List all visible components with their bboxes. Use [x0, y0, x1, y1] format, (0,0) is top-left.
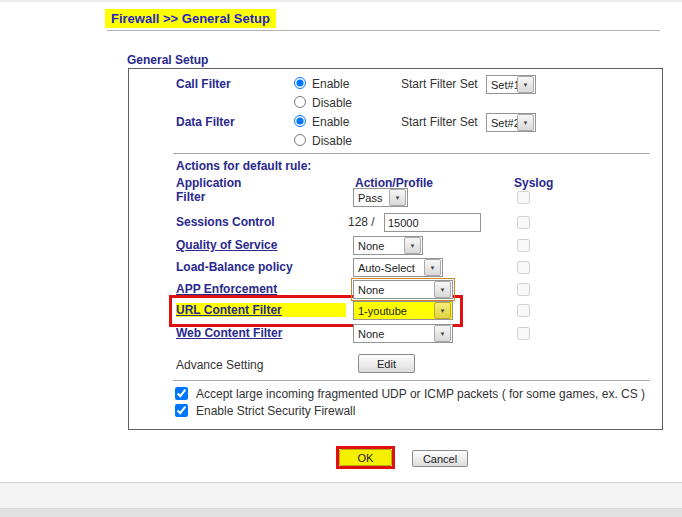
advance-setting-label: Advance Setting [176, 358, 263, 372]
data-filter-disable-text: Disable [312, 134, 352, 148]
filter-label: Filter [176, 190, 205, 204]
separator [173, 380, 650, 381]
dropdown-arrow-icon: ▼ [434, 302, 451, 319]
data-filter-start-set-label: Start Filter Set [401, 115, 478, 129]
call-filter-enable-text: Enable [312, 77, 349, 91]
web-content-filter-link[interactable]: Web Content Filter [176, 326, 282, 340]
syslog-checkbox[interactable] [517, 283, 530, 296]
accept-fragmented-packets-label: Accept large incoming fragmented UDP or … [196, 387, 645, 401]
table-row-app-enforcement: APP Enforcement None ▼ [129, 280, 660, 302]
data-filter-enable-text: Enable [312, 115, 349, 129]
load-balance-label: Load-Balance policy [176, 260, 293, 274]
table-row-load-balance: Load-Balance policy Auto-Select ▼ [129, 258, 660, 280]
strict-security-firewall-label: Enable Strict Security Firewall [196, 404, 355, 418]
app-enforcement-select[interactable]: None ▼ [353, 280, 453, 299]
call-filter-disable-radio[interactable] [294, 96, 306, 108]
table-row-url-content-filter: URL Content Filter 1-youtube ▼ [129, 301, 660, 323]
dropdown-arrow-icon: ▼ [434, 325, 451, 342]
call-filter-enable-radio[interactable] [294, 77, 306, 89]
call-filter-start-set-label: Start Filter Set [401, 77, 478, 91]
top-divider [0, 0, 682, 2]
table-row-sessions-control: Sessions Control 128 / [129, 213, 660, 235]
call-filter-label: Call Filter [176, 77, 231, 91]
data-filter-label: Data Filter [176, 115, 235, 129]
general-setup-panel: Call Filter Enable Disable Start Filter … [128, 68, 663, 430]
footer-band [0, 482, 682, 509]
syslog-checkbox[interactable] [517, 239, 530, 252]
call-filter-set-select[interactable]: Set#1 ▼ [486, 75, 536, 94]
syslog-checkbox[interactable] [517, 216, 530, 229]
dropdown-arrow-icon: ▼ [517, 114, 534, 131]
dropdown-arrow-icon: ▼ [424, 259, 441, 276]
syslog-checkbox[interactable] [517, 304, 530, 317]
cancel-button[interactable]: Cancel [412, 450, 468, 467]
table-row-web-content-filter: Web Content Filter None ▼ [129, 324, 660, 346]
syslog-checkbox[interactable] [517, 191, 530, 204]
section-heading: General Setup [127, 53, 208, 67]
url-content-filter-select[interactable]: 1-youtube ▼ [353, 301, 453, 320]
table-row-qos: Quality of Service None ▼ [129, 236, 660, 258]
edit-button[interactable]: Edit [358, 354, 415, 373]
table-row-filter: Filter Pass ▼ [129, 188, 660, 210]
filter-action-select[interactable]: Pass ▼ [353, 188, 408, 207]
data-filter-enable-radio[interactable] [294, 115, 306, 127]
strict-security-firewall-checkbox[interactable] [175, 404, 188, 417]
title-divider [107, 30, 660, 31]
syslog-checkbox[interactable] [517, 261, 530, 274]
ok-button[interactable]: OK [339, 449, 392, 466]
sessions-control-label: Sessions Control [176, 215, 275, 229]
dropdown-arrow-icon: ▼ [434, 281, 451, 298]
url-content-filter-link[interactable]: URL Content Filter [176, 303, 346, 317]
page-title: Firewall >> General Setup [105, 9, 276, 28]
app-enforcement-link[interactable]: APP Enforcement [176, 282, 277, 296]
web-content-filter-select[interactable]: None ▼ [353, 324, 453, 343]
ok-annotation-box: OK [336, 446, 395, 469]
dropdown-arrow-icon: ▼ [517, 76, 534, 93]
data-filter-disable-radio[interactable] [294, 134, 306, 146]
dropdown-arrow-icon: ▼ [389, 189, 406, 206]
quality-of-service-link[interactable]: Quality of Service [176, 238, 277, 252]
call-filter-disable-text: Disable [312, 96, 352, 110]
qos-select[interactable]: None ▼ [353, 236, 423, 255]
footer-band-lower [0, 508, 682, 517]
data-filter-set-select[interactable]: Set#2 ▼ [486, 113, 536, 132]
sessions-current-value: 128 / [348, 215, 375, 229]
load-balance-select[interactable]: Auto-Select ▼ [353, 258, 443, 277]
separator [173, 153, 650, 154]
accept-fragmented-packets-checkbox[interactable] [175, 387, 188, 400]
dropdown-arrow-icon: ▼ [404, 237, 421, 254]
syslog-checkbox[interactable] [517, 327, 530, 340]
sessions-limit-input[interactable] [384, 213, 481, 232]
actions-heading: Actions for default rule: [176, 159, 311, 173]
